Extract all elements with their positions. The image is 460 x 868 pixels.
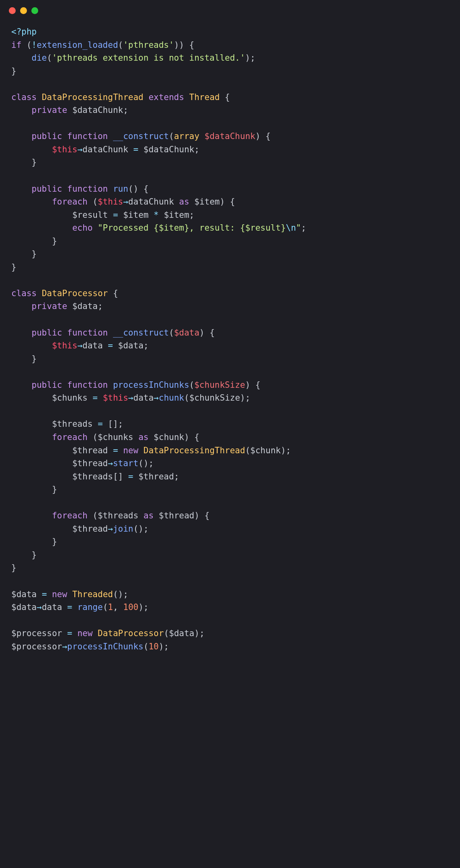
keyword-new: new <box>77 628 92 638</box>
keyword-private: private <box>32 301 68 311</box>
var-thread: $thread <box>72 524 108 534</box>
window-titlebar <box>0 0 460 17</box>
class-thread: Thread <box>189 92 220 102</box>
string-error-msg: 'pthreads extension is not installed.' <box>52 53 245 63</box>
method-start: start <box>113 459 138 468</box>
this-ref: $this <box>98 197 123 207</box>
code-content: <?php if (!extension_loaded('pthreads'))… <box>0 17 460 665</box>
var-chunks: $chunks <box>98 432 133 442</box>
var-result: $result <box>72 210 108 220</box>
type-array: array <box>174 131 199 141</box>
method-join: join <box>113 524 133 534</box>
keyword-function: function <box>67 328 108 338</box>
string-processed: "Processed {$item}, result: {$result}\n" <box>98 223 301 233</box>
prop-data: data <box>42 602 62 612</box>
minimize-button[interactable] <box>20 7 27 14</box>
param-data: $data <box>174 328 199 338</box>
keyword-as: as <box>138 432 148 442</box>
var-data: $data <box>72 301 98 311</box>
this-ref: $this <box>52 341 77 350</box>
php-open-tag: <?php <box>11 27 37 37</box>
arrow-op: → <box>62 642 67 651</box>
keyword-as: as <box>179 197 189 207</box>
keyword-function: function <box>67 184 108 194</box>
var-thread: $thread <box>138 472 174 481</box>
method-processinchunks: processInChunks <box>113 380 189 390</box>
var-thread: $thread <box>159 511 195 520</box>
keyword-function: function <box>67 131 108 141</box>
keyword-private: private <box>32 105 68 115</box>
method-run: run <box>113 184 128 194</box>
function-extension-loaded: extension_loaded <box>37 40 118 50</box>
arrow-op: → <box>108 459 113 468</box>
var-data: $data <box>11 602 37 612</box>
var-processor: $processor <box>11 642 62 651</box>
var-item: $item <box>123 210 148 220</box>
var-data-rhs: $data <box>118 341 144 350</box>
num-1: 1 <box>108 602 113 612</box>
keyword-foreach: foreach <box>52 511 88 520</box>
keyword-new: new <box>123 446 138 455</box>
keyword-as: as <box>144 511 154 520</box>
close-button[interactable] <box>9 7 16 14</box>
var-chunk: $chunk <box>250 446 281 455</box>
function-die: die <box>32 53 47 63</box>
code-window: <?php if (!extension_loaded('pthreads'))… <box>0 0 460 665</box>
method-processinchunks: processInChunks <box>67 642 144 651</box>
keyword-public: public <box>32 131 62 141</box>
class-dataprocessingthread: DataProcessingThread <box>42 92 144 102</box>
keyword-public: public <box>32 184 62 194</box>
num-100: 100 <box>123 602 138 612</box>
var-datachunk-rhs: $dataChunk <box>144 145 194 154</box>
arrow-op: → <box>77 145 82 154</box>
var-thread: $thread <box>72 459 108 468</box>
var-threads: $threads <box>52 419 92 429</box>
keyword-function: function <box>67 380 108 390</box>
this-ref: $this <box>103 393 128 403</box>
var-item: $item <box>194 197 220 207</box>
keyword-foreach: foreach <box>52 432 88 442</box>
var-chunksize: $chunkSize <box>189 393 240 403</box>
maximize-button[interactable] <box>31 7 38 14</box>
prop-data: data <box>133 393 154 403</box>
var-processor: $processor <box>11 628 62 638</box>
keyword-foreach: foreach <box>52 197 88 207</box>
var-thread: $thread <box>72 446 108 455</box>
arrow-op: → <box>77 341 82 350</box>
var-chunk: $chunk <box>154 432 184 442</box>
prop-data: data <box>82 341 103 350</box>
keyword-public: public <box>32 380 62 390</box>
var-threads: $threads <box>98 511 138 520</box>
arrow-op: → <box>128 393 133 403</box>
var-chunks: $chunks <box>52 393 88 403</box>
keyword-class: class <box>11 289 37 298</box>
prop-datachunk: dataChunk <box>128 197 174 207</box>
keyword-echo: echo <box>72 223 93 233</box>
var-data: $data <box>169 628 194 638</box>
class-dataprocessor: DataProcessor <box>42 289 108 298</box>
keyword-extends: extends <box>148 92 184 102</box>
arrow-op: → <box>108 524 113 534</box>
keyword-new: new <box>52 590 67 599</box>
param-chunksize: $chunkSize <box>194 380 245 390</box>
class-dataprocessor: DataProcessor <box>98 628 164 638</box>
prop-datachunk: dataChunk <box>82 145 128 154</box>
num-10: 10 <box>148 642 158 651</box>
operator-not: ! <box>32 40 37 50</box>
this-ref: $this <box>52 145 77 154</box>
arrow-op: → <box>37 602 42 612</box>
var-threads: $threads <box>72 472 113 481</box>
arrow-op: → <box>154 393 159 403</box>
class-dataprocessingthread: DataProcessingThread <box>144 446 245 455</box>
var-data: $data <box>11 590 37 599</box>
method-construct: __construct <box>113 328 169 338</box>
function-range: range <box>77 602 103 612</box>
method-chunk: chunk <box>159 393 184 403</box>
var-datachunk: $dataChunk <box>72 105 123 115</box>
param-datachunk: $dataChunk <box>205 131 255 141</box>
arrow-op: → <box>123 197 128 207</box>
class-threaded: Threaded <box>72 590 113 599</box>
keyword-public: public <box>32 328 62 338</box>
keyword-class: class <box>11 92 37 102</box>
method-construct: __construct <box>113 131 169 141</box>
